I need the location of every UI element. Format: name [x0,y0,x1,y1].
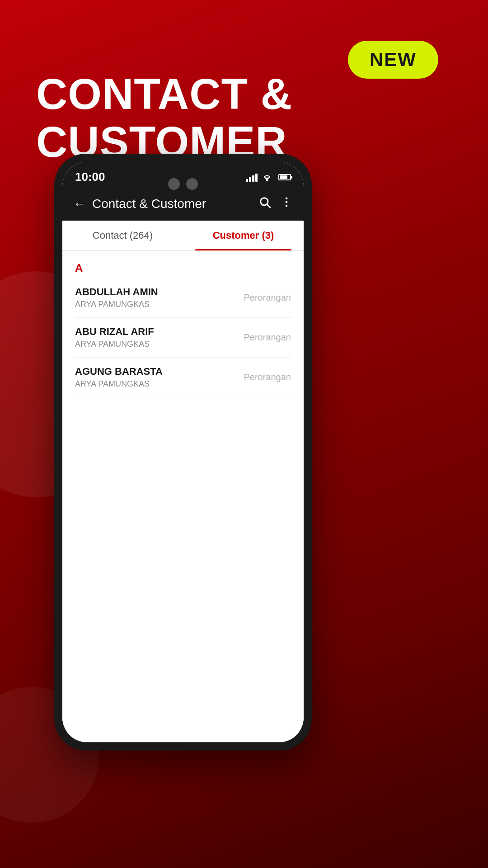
app-bar: ← Contact & Customer [62,189,304,221]
camera-dot-2 [186,178,198,190]
svg-point-0 [266,179,268,181]
contact-sub-3: ARYA PAMUNGKAS [75,379,163,389]
tab-contact[interactable]: Contact (264) [62,221,183,250]
svg-point-3 [286,198,288,200]
signal-bar-2 [249,177,251,182]
more-options-button[interactable] [280,196,293,212]
wifi-icon [261,173,273,182]
status-time: 10:00 [75,170,105,184]
phone-mockup: 10:00 [54,154,312,750]
tab-customer[interactable]: Customer (3) [183,221,304,250]
contact-item-2[interactable]: Abu Rizal Arif ARYA PAMUNGKAS Perorangan [75,318,291,358]
phone-outer: 10:00 [54,154,312,750]
phone-cameras [168,178,198,190]
contact-type-2: Perorangan [244,332,291,343]
app-bar-left: ← Contact & Customer [73,197,206,211]
app-bar-title: Contact & Customer [92,197,206,211]
battery-fill [280,175,287,179]
contact-name-1: ABDULLAH AMIN [75,286,158,298]
contact-info-3: AGUNG BARASTA ARYA PAMUNGKAS [75,366,163,389]
camera-dot-1 [168,178,180,190]
contact-item-1[interactable]: ABDULLAH AMIN ARYA PAMUNGKAS Perorangan [75,278,291,318]
app-bar-actions [258,196,293,212]
contact-info-1: ABDULLAH AMIN ARYA PAMUNGKAS [75,286,158,309]
signal-bar-3 [252,175,254,182]
phone-inner: 10:00 [62,162,304,742]
content-area: A ABDULLAH AMIN ARYA PAMUNGKAS Peroranga… [62,251,304,742]
svg-point-5 [286,205,288,207]
page-title: CONTACT & CUSTOMER [36,70,488,165]
contact-type-1: Perorangan [244,292,291,303]
signal-bar-4 [255,174,258,182]
svg-line-2 [267,204,270,207]
battery-icon [278,174,291,180]
contact-sub-1: ARYA PAMUNGKAS [75,300,158,309]
section-letter-a: A [75,262,291,274]
contact-sub-2: ARYA PAMUNGKAS [75,340,154,349]
contact-type-3: Perorangan [244,372,291,382]
contact-info-2: Abu Rizal Arif ARYA PAMUNGKAS [75,326,154,349]
status-icons [246,173,291,182]
signal-icon [246,173,258,182]
back-button[interactable]: ← [73,197,86,211]
contact-item-3[interactable]: AGUNG BARASTA ARYA PAMUNGKAS Perorangan [75,358,291,397]
contact-name-2: Abu Rizal Arif [75,326,154,338]
svg-point-4 [286,201,288,203]
tab-bar: Contact (264) Customer (3) [62,221,304,251]
search-button[interactable] [258,196,271,212]
signal-bar-1 [246,179,248,182]
contact-name-3: AGUNG BARASTA [75,366,163,377]
